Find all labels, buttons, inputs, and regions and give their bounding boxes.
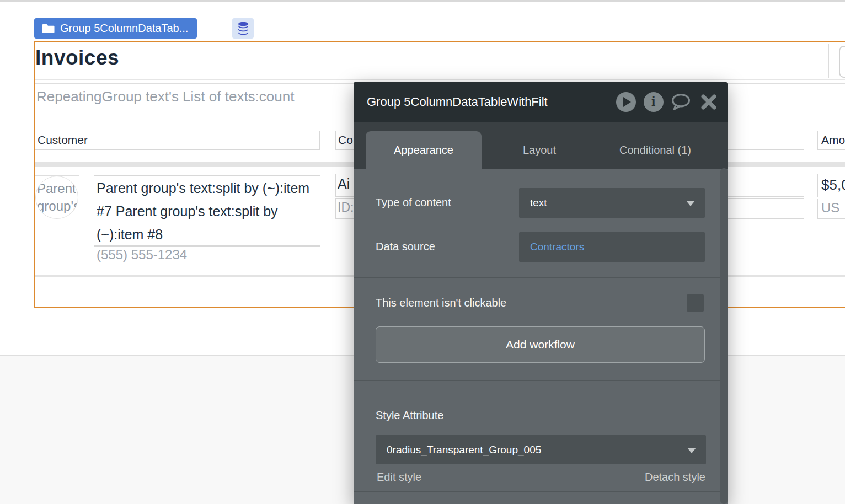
section-divider <box>354 277 728 278</box>
database-button[interactable] <box>232 18 254 39</box>
style-attribute-value: 0radius_Transparent_Group_005 <box>387 444 541 456</box>
add-workflow-button[interactable]: Add workflow <box>376 326 705 363</box>
panel-tab-bar: Appearance Layout Conditional (1) <box>354 122 728 169</box>
section-divider <box>354 491 728 492</box>
play-icon[interactable] <box>616 92 636 112</box>
edit-style-link[interactable]: Edit style <box>377 471 421 484</box>
clickable-label: This element isn't clickable <box>376 297 506 309</box>
folder-icon <box>42 23 55 34</box>
customer-text-cell[interactable]: Parent group's text:split by (~):item #7… <box>94 175 320 246</box>
type-of-content-value: text <box>530 197 547 209</box>
type-of-content-dropdown[interactable]: text <box>519 188 705 218</box>
tab-layout[interactable]: Layout <box>482 131 597 169</box>
clickable-checkbox[interactable] <box>687 294 704 312</box>
breadcrumb-label: Group 5ColumnDataTab... <box>60 22 188 35</box>
data-source-value-link[interactable]: Contractors <box>530 241 584 253</box>
breadcrumb-group-button[interactable]: Group 5ColumnDataTab... <box>34 18 197 39</box>
panel-title: Group 5ColumnDataTableWithFilt <box>367 95 616 109</box>
chevron-down-icon <box>687 448 696 453</box>
section-divider <box>354 380 728 381</box>
title-underline <box>35 79 845 80</box>
amount-cell[interactable]: $5,0 <box>817 174 845 197</box>
amount-currency-cell[interactable]: US <box>817 199 845 219</box>
tab-conditional[interactable]: Conditional (1) <box>597 131 713 169</box>
comment-icon[interactable] <box>671 92 691 112</box>
repeating-caption-text: RepeatingGroup text's List of texts:coun… <box>36 88 294 105</box>
chevron-down-icon <box>686 201 695 206</box>
page-title[interactable]: Invoices <box>35 46 119 69</box>
column-header-amount[interactable]: Amo <box>817 131 845 150</box>
customer-phone-cell[interactable]: (555) 555-1234 <box>94 246 320 264</box>
panel-header[interactable]: Group 5ColumnDataTableWithFilt i <box>354 82 728 122</box>
style-attribute-dropdown[interactable]: 0radius_Transparent_Group_005 <box>376 435 706 464</box>
info-icon[interactable]: i <box>643 92 664 112</box>
avatar[interactable]: Parent group's text <box>35 176 78 219</box>
tab-appearance[interactable]: Appearance <box>366 131 482 169</box>
column-header-customer[interactable]: Customer <box>35 131 320 150</box>
style-attribute-label: Style Attribute <box>376 409 443 422</box>
title-right-divider <box>828 44 829 78</box>
panel-body: Type of content text Data source Contrac… <box>354 169 728 504</box>
data-source-field[interactable]: Contractors <box>519 232 705 262</box>
clipped-top-right-element[interactable] <box>839 46 845 78</box>
close-icon[interactable] <box>698 92 719 112</box>
data-source-label: Data source <box>376 240 435 253</box>
database-icon <box>237 22 249 36</box>
property-editor-panel: Group 5ColumnDataTableWithFilt i Appeara… <box>354 82 728 504</box>
top-divider <box>0 0 845 2</box>
detach-style-link[interactable]: Detach style <box>645 471 705 484</box>
panel-scrollbar[interactable] <box>720 168 728 504</box>
type-of-content-label: Type of content <box>376 196 451 209</box>
